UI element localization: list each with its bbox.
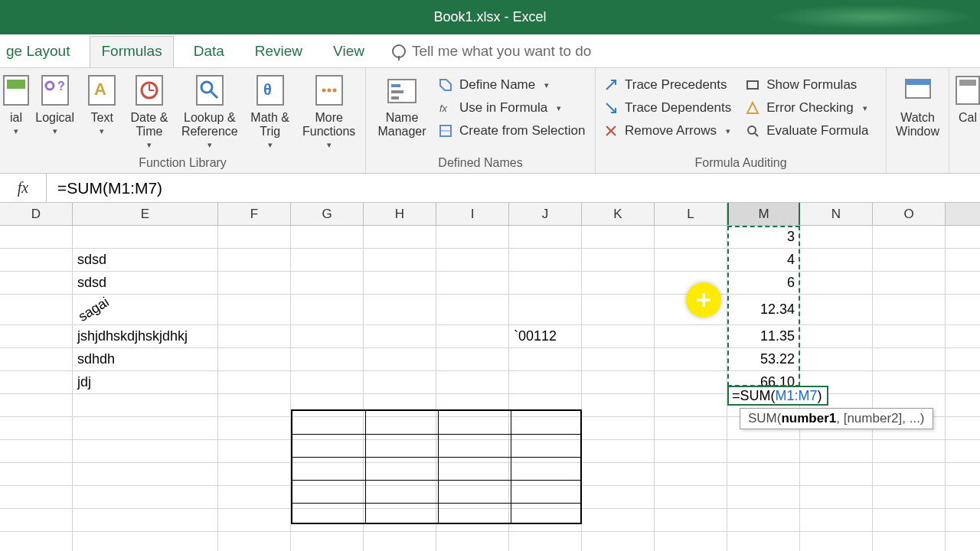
cell[interactable] <box>0 249 73 271</box>
cell[interactable] <box>436 440 509 462</box>
cell[interactable] <box>364 348 436 370</box>
cell[interactable] <box>218 509 291 531</box>
formula-input[interactable] <box>47 179 980 197</box>
cell[interactable] <box>582 272 655 294</box>
define-name-button[interactable]: Define Name ▾ <box>436 76 586 94</box>
cell[interactable] <box>436 509 509 531</box>
cell[interactable] <box>364 509 436 531</box>
cell[interactable] <box>800 486 873 508</box>
cell[interactable] <box>73 394 218 416</box>
cell[interactable] <box>218 272 291 294</box>
tab-page-layout[interactable]: ge Layout <box>0 37 80 67</box>
cell[interactable] <box>0 486 73 508</box>
cell[interactable] <box>800 325 873 347</box>
cell[interactable] <box>291 509 364 531</box>
cell[interactable] <box>218 371 291 393</box>
lookup-reference-button[interactable]: Lookup & Reference ▾ <box>178 71 241 150</box>
column-headers[interactable]: DEFGHIJKLMNO <box>0 203 980 226</box>
cell[interactable]: sdsd <box>73 272 218 294</box>
cell[interactable] <box>655 463 727 485</box>
cell[interactable] <box>218 348 291 370</box>
insert-function-button[interactable]: fx <box>0 179 46 197</box>
cell[interactable]: jshjdhskdjhskjdhkj <box>73 325 218 347</box>
cell[interactable] <box>291 532 364 551</box>
cell[interactable] <box>364 371 436 393</box>
col-header-f[interactable]: F <box>218 203 291 225</box>
col-header-n[interactable]: N <box>800 203 873 225</box>
watch-window-button[interactable]: Watch Window <box>893 71 942 139</box>
remove-arrows-button[interactable]: Remove Arrows ▾ <box>602 122 733 140</box>
cell[interactable]: `00112 <box>509 325 582 347</box>
cell[interactable]: 6 <box>727 272 800 294</box>
cell[interactable] <box>436 348 509 370</box>
evaluate-formula-button[interactable]: Evaluate Formula <box>743 122 870 140</box>
cell[interactable] <box>291 440 364 462</box>
cell[interactable] <box>582 249 655 271</box>
cell[interactable] <box>655 348 727 370</box>
cell[interactable] <box>655 226 727 248</box>
cell[interactable] <box>873 509 946 531</box>
cell[interactable]: 11.35 <box>727 325 800 347</box>
cell[interactable] <box>436 417 509 439</box>
col-header-i[interactable]: I <box>436 203 509 225</box>
cell[interactable] <box>73 226 218 248</box>
cell[interactable] <box>655 486 727 508</box>
cell[interactable] <box>727 486 800 508</box>
show-formulas-button[interactable]: Show Formulas <box>743 76 870 94</box>
cell[interactable] <box>582 325 655 347</box>
cell[interactable] <box>0 532 73 551</box>
cell[interactable] <box>655 371 727 393</box>
cell[interactable] <box>0 348 73 370</box>
cell[interactable] <box>509 226 582 248</box>
cell[interactable] <box>436 325 509 347</box>
cell[interactable]: sagai <box>73 295 218 324</box>
cell[interactable] <box>582 371 655 393</box>
cell[interactable] <box>218 532 291 551</box>
cell[interactable] <box>582 417 655 439</box>
cell[interactable] <box>727 440 800 462</box>
cell[interactable] <box>800 272 873 294</box>
cell[interactable] <box>800 249 873 271</box>
cell[interactable] <box>0 394 73 416</box>
cell[interactable] <box>291 463 364 485</box>
col-header-g[interactable]: G <box>291 203 364 225</box>
cell[interactable]: sdsd <box>73 249 218 271</box>
cell[interactable] <box>364 325 436 347</box>
date-time-button[interactable]: Date & Time ▾ <box>125 71 173 150</box>
cell[interactable] <box>436 371 509 393</box>
cell[interactable] <box>218 440 291 462</box>
cell[interactable] <box>291 371 364 393</box>
cell[interactable] <box>582 532 655 551</box>
cell[interactable] <box>0 509 73 531</box>
use-in-formula-button[interactable]: fx Use in Formula ▾ <box>436 99 586 117</box>
cell[interactable]: sdhdh <box>73 348 218 370</box>
cell[interactable] <box>0 371 73 393</box>
cell[interactable] <box>655 440 727 462</box>
cell[interactable] <box>0 463 73 485</box>
cell[interactable] <box>291 272 364 294</box>
cell[interactable] <box>509 371 582 393</box>
cell[interactable] <box>218 295 291 324</box>
cell[interactable] <box>800 440 873 462</box>
cell[interactable] <box>582 463 655 485</box>
cell[interactable] <box>0 226 73 248</box>
cell[interactable] <box>873 532 946 551</box>
cell[interactable] <box>364 394 436 416</box>
cell[interactable] <box>727 532 800 551</box>
cell[interactable] <box>218 249 291 271</box>
cell[interactable] <box>218 417 291 439</box>
cell[interactable] <box>73 417 218 439</box>
tab-data[interactable]: Data <box>183 37 235 67</box>
cell[interactable] <box>73 532 218 551</box>
cell[interactable] <box>73 440 218 462</box>
cell[interactable] <box>509 348 582 370</box>
cell[interactable] <box>291 394 364 416</box>
cell[interactable] <box>655 325 727 347</box>
col-header-j[interactable]: J <box>509 203 582 225</box>
col-header-o[interactable]: O <box>873 203 946 225</box>
cell[interactable] <box>509 486 582 508</box>
cell[interactable] <box>509 463 582 485</box>
cell[interactable] <box>873 272 946 294</box>
cell[interactable] <box>436 272 509 294</box>
cell[interactable] <box>509 295 582 324</box>
